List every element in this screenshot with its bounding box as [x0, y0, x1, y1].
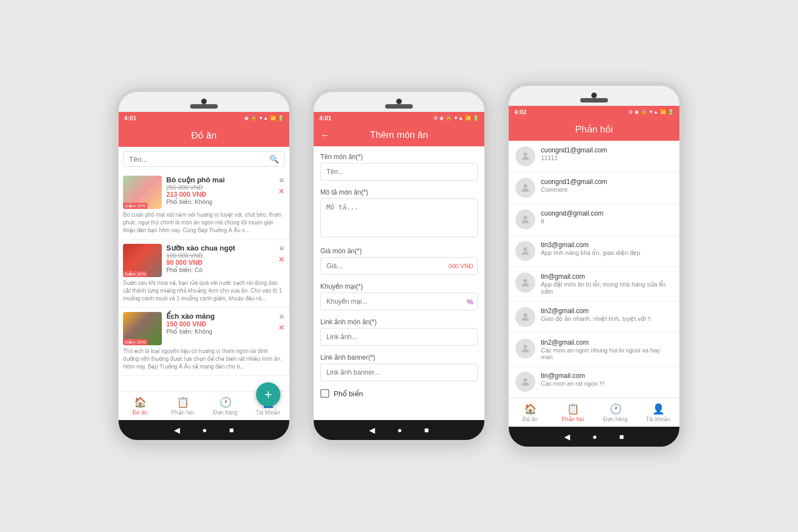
nav-orders-1[interactable]: 🕐 Đơn hàng [204, 392, 247, 420]
svg-point-6 [524, 345, 528, 349]
bottom-nav-3: 🏠 Đồ ăn 📋 Phản hồi 🕐 Đơn hàng 👤 Tài khoả… [509, 398, 679, 427]
home-hw-btn-1[interactable]: ● [202, 426, 207, 434]
label-name: Tên món ăn(*) [320, 153, 478, 161]
app-header-1: Đồ ăn [119, 124, 289, 147]
home-hw-btn-3[interactable]: ● [592, 432, 597, 441]
feedback-text-4: App đặt món ăn bị lỗi, mong nhà hàng sửa… [541, 281, 673, 295]
food-img-0: Giảm 15% [123, 176, 162, 209]
status-icons-2: ⚙ ◉ 🔒 ▼▲ 📶 🔋 [433, 115, 479, 121]
feedback-text-2: tt [541, 218, 603, 224]
delete-btn-1[interactable]: ✕ [278, 255, 285, 264]
avatar-2 [515, 209, 535, 229]
input-promo[interactable] [320, 293, 478, 310]
food-actions-0: ≡ ✕ [278, 176, 285, 196]
svg-point-4 [524, 279, 528, 283]
feedback-email-0: cuongnd1@gmail.com [541, 146, 607, 154]
svg-point-5 [524, 313, 528, 317]
feedback-icon-1: 📋 [177, 396, 189, 408]
add-food-fab[interactable]: + [256, 382, 280, 391]
time-2: 4:01 [319, 115, 331, 121]
promo-suffix: % [467, 298, 473, 306]
feedback-content-0: cuongnd1@gmail.com 11111 [541, 146, 607, 161]
food-img-2: Giảm 10% [123, 312, 162, 345]
home-hw-btn-2[interactable]: ● [397, 426, 402, 434]
delete-btn-2[interactable]: ✕ [278, 323, 285, 332]
price-input-wrap: 000 VNĐ [320, 257, 478, 275]
feedback-icon-3: 📋 [567, 403, 579, 415]
avatar-7 [515, 372, 535, 392]
feedback-text-1: Comment [541, 186, 607, 193]
feedback-item-6: tin2@gmail.com Các mon an ngon nhung hoi… [509, 333, 679, 366]
phone-bottom-2: ◀ ● ■ [314, 420, 484, 440]
avatar-4 [515, 273, 535, 293]
avatar-6 [515, 339, 535, 359]
food-price-0: 213 000 VNĐ [166, 191, 274, 198]
input-name[interactable] [320, 163, 478, 181]
discount-badge-1: Giảm 10% [123, 271, 147, 277]
back-hw-btn-3[interactable]: ◀ [564, 432, 570, 441]
nav-food-1[interactable]: 🏠 Đồ ăn [119, 392, 161, 420]
nav-feedback-3[interactable]: 📋 Phản hồi [551, 398, 594, 427]
feedback-item-7: tin@gmail.com Cac mon an rat ngon !!! [509, 366, 679, 398]
nav-account-3[interactable]: 👤 Tài khoản [637, 398, 679, 427]
edit-btn-0[interactable]: ≡ [279, 176, 284, 185]
time-3: 4:02 [514, 109, 526, 115]
feedback-email-7: tin@gmail.com [541, 372, 605, 380]
svg-point-2 [524, 216, 528, 219]
label-desc: Mô tả món ăn(*) [320, 188, 478, 196]
screen1-title: Đồ ăn [191, 130, 217, 141]
nav-feedback-label-3: Phản hồi [561, 416, 584, 422]
food-original-price-1: 100 000 VNĐ [166, 252, 274, 259]
feedback-content-3: tin3@gmail.com App tính năng khá ổn, gia… [541, 241, 640, 257]
home-icon: 🏠 [134, 396, 146, 408]
search-input[interactable] [129, 155, 269, 163]
nav-orders-3[interactable]: 🕐 Đơn hàng [594, 398, 637, 427]
recents-hw-btn-2[interactable]: ■ [424, 426, 429, 434]
back-hw-btn-1[interactable]: ◀ [174, 426, 180, 434]
feedback-item-0: cuongnd1@gmail.com 11111 [509, 141, 679, 172]
delete-btn-0[interactable]: ✕ [278, 187, 285, 196]
input-banner[interactable] [320, 364, 478, 381]
form-group-banner: Link ảnh banner(*) [320, 354, 478, 381]
input-img[interactable] [320, 328, 478, 346]
feedback-content-1: cuongnd1@gmail.com Comment [541, 178, 607, 193]
form-group-price: Giá món ăn(*) 000 VNĐ [320, 247, 478, 275]
recents-hw-btn-3[interactable]: ■ [620, 432, 624, 441]
food-popular-2: Phổ biến: Không [166, 328, 274, 335]
back-hw-btn-2[interactable]: ◀ [369, 426, 375, 434]
feedback-item-2: cuongnd@gmail.com tt [509, 204, 679, 236]
feedback-text-3: App tính năng khá ổn, giao diện đẹp [541, 249, 640, 257]
status-icons-3: ⚙ ◉ 🔒 ▼▲ 📶 🔋 [628, 109, 674, 115]
food-img-1: Giảm 10% [123, 244, 162, 277]
food-name-0: Bò cuộn phô mai [166, 176, 274, 184]
camera-3 [591, 93, 597, 98]
food-popular-1: Phổ biến: Có [166, 267, 274, 274]
speaker-3 [580, 98, 608, 103]
nav-feedback-1[interactable]: 📋 Phản hồi [161, 392, 204, 420]
app-header-2: ← Thêm món ăn [314, 124, 484, 146]
recents-hw-btn-1[interactable]: ■ [229, 426, 234, 434]
food-original-price-0: 250 000 VNĐ [166, 184, 274, 191]
screen3-content: cuongnd1@gmail.com 11111 cuongnd1@gmail.… [509, 141, 679, 398]
edit-btn-2[interactable]: ≡ [279, 312, 284, 321]
status-bar-2: 4:01 ⚙ ◉ 🔒 ▼▲ 📶 🔋 [314, 112, 484, 124]
status-icons-1: ◉ 🔒 ▼▲ 📶 🔋 [244, 115, 284, 121]
label-banner: Link ảnh banner(*) [320, 354, 478, 361]
label-price: Giá món ăn(*) [320, 247, 478, 255]
input-desc[interactable] [320, 198, 478, 237]
feedback-email-1: cuongnd1@gmail.com [541, 178, 607, 186]
nav-orders-label-1: Đơn hàng [213, 410, 238, 416]
back-button-2[interactable]: ← [320, 130, 330, 141]
avatar-3 [515, 241, 535, 261]
nav-food-label-3: Đồ ăn [523, 416, 538, 422]
nav-food-3[interactable]: 🏠 Đồ ăn [509, 398, 551, 427]
phone-bottom-3: ◀ ● ■ [509, 427, 679, 447]
search-bar[interactable]: 🔍 [123, 151, 285, 167]
phone-2: 4:01 ⚙ ◉ 🔒 ▼▲ 📶 🔋 ← Thêm món ăn Tên món … [310, 89, 488, 443]
camera-1 [201, 99, 207, 104]
add-food-form: Tên món ăn(*) Mô tả món ăn(*) Giá món ăn… [314, 146, 484, 420]
nav-feedback-label-1: Phản hồi [171, 410, 193, 416]
edit-btn-1[interactable]: ≡ [279, 244, 284, 253]
popular-checkbox[interactable] [320, 389, 329, 398]
nav-orders-label-3: Đơn hàng [603, 416, 628, 422]
